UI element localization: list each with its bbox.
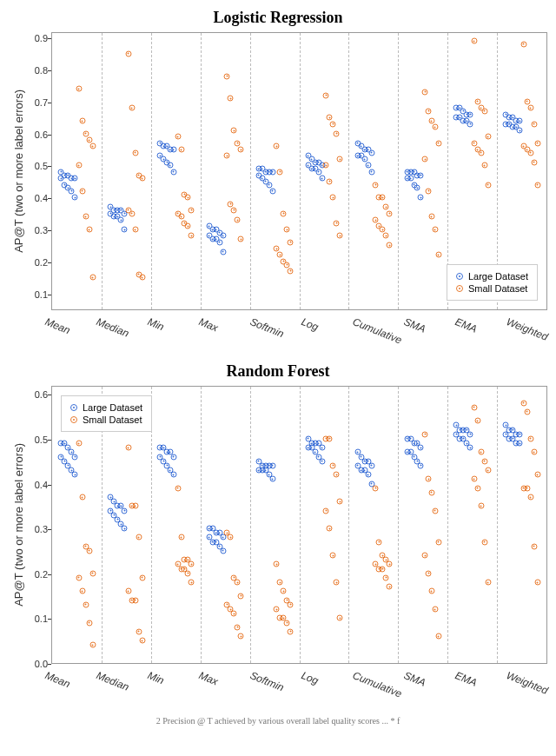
data-point-large	[315, 169, 321, 175]
data-point-large	[517, 128, 523, 134]
data-point-small	[89, 570, 96, 576]
data-point-small	[527, 494, 533, 501]
category-separator	[497, 387, 498, 663]
data-point-small	[86, 620, 92, 626]
data-point-small	[238, 633, 244, 640]
chart-0-ytick-0: 0.1	[35, 289, 48, 300]
figure-caption-fragment: 2 Precision @ T achieved by various over…	[9, 716, 547, 726]
data-point-small	[474, 98, 480, 104]
data-point-large	[170, 147, 176, 153]
data-point-small	[432, 124, 438, 130]
data-point-small	[373, 485, 379, 491]
data-point-small	[435, 539, 441, 545]
chart-1-xtick-2: Min	[146, 669, 166, 686]
data-point-small	[330, 462, 336, 468]
data-point-small	[83, 214, 89, 220]
chart-0-xtick-9: Weighted	[505, 315, 550, 343]
category-separator	[250, 33, 251, 309]
data-point-small	[485, 580, 491, 586]
data-point-small	[380, 566, 386, 572]
data-point-small	[274, 607, 280, 613]
chart-0-xtick-1: Median	[95, 315, 131, 340]
data-point-small	[86, 227, 92, 233]
data-point-small	[189, 561, 195, 567]
data-point-large	[517, 431, 523, 437]
data-point-small	[323, 162, 329, 169]
data-point-small	[534, 140, 540, 146]
data-point-small	[284, 262, 290, 268]
data-point-small	[136, 628, 142, 634]
data-point-large	[72, 176, 78, 182]
data-point-small	[224, 73, 230, 79]
data-point-small	[426, 476, 432, 482]
data-point-small	[478, 149, 484, 156]
data-point-large	[220, 547, 226, 554]
data-point-large	[269, 188, 275, 194]
chart-1-ytick-5: 0.5	[35, 434, 48, 445]
data-point-small	[228, 96, 234, 102]
data-point-small	[334, 130, 340, 136]
data-point-small	[323, 507, 329, 514]
data-point-small	[383, 574, 389, 580]
chart-1-xtick-1: Median	[95, 669, 131, 693]
data-point-large	[368, 462, 374, 468]
data-point-small	[231, 207, 237, 213]
data-point-small	[238, 236, 244, 242]
data-point-small	[531, 159, 537, 165]
data-point-small	[426, 570, 432, 576]
data-point-small	[178, 534, 184, 540]
chart-0-xtick-4: Softmin	[248, 315, 286, 340]
category-separator	[201, 387, 202, 663]
chart-0-ytick-5: 0.6	[35, 129, 48, 140]
data-point-small	[231, 128, 237, 134]
data-point-small	[235, 217, 241, 223]
chart-1-container: Random ForestAP@T (two or more label err…	[9, 362, 547, 707]
data-point-small	[531, 543, 537, 549]
data-point-small	[435, 140, 441, 146]
legend-label-1: Small Dataset	[83, 414, 142, 425]
data-point-large	[414, 185, 420, 191]
data-point-small	[189, 207, 195, 213]
data-point-small	[139, 176, 145, 182]
data-point-small	[132, 227, 138, 233]
data-point-small	[337, 233, 343, 239]
data-point-small	[277, 252, 283, 258]
data-point-small	[531, 121, 537, 127]
data-point-small	[76, 86, 82, 92]
chart-0-xtick-2: Min	[146, 315, 166, 333]
legend-marker-small	[456, 285, 463, 292]
data-point-small	[178, 214, 184, 220]
category-separator	[447, 387, 448, 663]
chart-0-plot-area: Large DatasetSmall Dataset	[51, 32, 547, 310]
data-point-small	[288, 239, 294, 245]
data-point-small	[380, 227, 386, 233]
legend-marker-large	[70, 404, 77, 411]
data-point-small	[139, 574, 145, 580]
data-point-large	[365, 162, 371, 169]
chart-0-title: Logistic Regression	[9, 9, 547, 27]
data-point-small	[428, 214, 434, 220]
legend-label-1: Small Dataset	[468, 283, 527, 294]
data-point-small	[334, 580, 340, 586]
data-point-small	[334, 220, 340, 226]
data-point-small	[125, 445, 131, 451]
data-point-small	[373, 217, 379, 223]
data-point-large	[319, 176, 325, 182]
data-point-small	[481, 108, 487, 114]
data-point-small	[471, 38, 477, 44]
data-point-large	[418, 445, 424, 451]
data-point-small	[129, 210, 135, 216]
data-point-small	[129, 105, 135, 111]
category-separator	[201, 33, 202, 309]
data-point-small	[432, 507, 438, 514]
chart-0-container: Logistic RegressionAP@T (two or more lab…	[9, 9, 547, 354]
data-point-small	[426, 108, 432, 114]
legend-marker-small	[70, 416, 77, 423]
chart-0-ytick-2: 0.3	[35, 225, 48, 235]
data-point-small	[83, 130, 89, 136]
data-point-large	[216, 239, 222, 245]
chart-1-xtick-7: SMA	[402, 669, 427, 689]
data-point-small	[228, 201, 234, 207]
chart-1-ytick-4: 0.4	[35, 480, 48, 490]
data-point-small	[83, 601, 89, 607]
